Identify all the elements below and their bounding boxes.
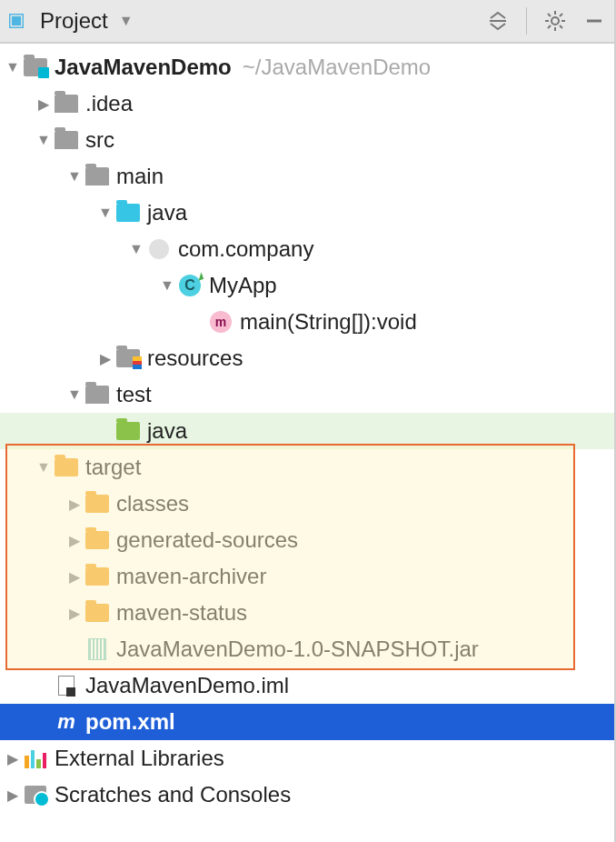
node-label: main(String[]):void (240, 309, 417, 335)
tree-node-class[interactable]: C MyApp (0, 267, 614, 304)
expand-icon[interactable] (67, 386, 82, 403)
tree-node-java-test[interactable]: java (0, 413, 614, 449)
test-folder-icon (116, 419, 140, 443)
node-label: com.company (178, 236, 313, 262)
divider (526, 7, 527, 35)
scratches-icon (24, 783, 47, 807)
project-panel-header: Project ▼ (0, 0, 614, 44)
expand-icon[interactable] (98, 205, 113, 221)
tree-node-generated-sources[interactable]: generated-sources (0, 522, 614, 558)
settings-button[interactable] (543, 9, 567, 33)
node-label: resources (147, 346, 243, 371)
tree-node-root[interactable]: JavaMavenDemo ~/JavaMavenDemo (0, 49, 614, 85)
node-path: ~/JavaMavenDemo (243, 55, 431, 80)
tree-node-main[interactable]: main (0, 158, 614, 195)
tree-node-idea[interactable]: .idea (0, 85, 614, 122)
libraries-icon (24, 747, 47, 770)
tree-node-jar[interactable]: JavaMavenDemo-1.0-SNAPSHOT.jar (0, 631, 614, 667)
expand-icon[interactable] (160, 277, 174, 294)
svg-point-3 (551, 17, 559, 25)
node-label: .idea (85, 91, 133, 116)
tree-node-src[interactable]: src (0, 122, 614, 158)
expand-icon[interactable] (5, 750, 20, 767)
tree-node-classes[interactable]: classes (0, 486, 614, 522)
expand-icon[interactable] (67, 568, 82, 586)
node-label: target (85, 455, 141, 480)
node-label: External Libraries (55, 746, 224, 771)
expand-icon[interactable] (67, 168, 82, 185)
tree-node-resources[interactable]: resources (0, 340, 614, 376)
svg-line-11 (560, 14, 562, 16)
dropdown-icon[interactable]: ▼ (119, 13, 134, 29)
folder-icon (55, 92, 78, 115)
project-tree[interactable]: JavaMavenDemo ~/JavaMavenDemo .idea src … (0, 44, 614, 813)
project-view-icon (9, 9, 33, 33)
source-folder-icon (116, 201, 140, 225)
node-label: classes (116, 491, 189, 516)
expand-icon[interactable] (36, 132, 51, 148)
folder-icon (85, 383, 109, 406)
maven-file-icon: m (55, 710, 78, 734)
node-label: MyApp (209, 273, 277, 298)
node-label: JavaMavenDemo-1.0-SNAPSHOT.jar (116, 637, 479, 662)
node-label: JavaMavenDemo (55, 55, 232, 80)
node-label: maven-archiver (116, 564, 266, 589)
expand-icon[interactable] (5, 787, 20, 804)
excluded-folder-icon (85, 528, 109, 552)
expand-icon[interactable] (67, 605, 82, 622)
module-folder-icon (24, 55, 47, 79)
iml-file-icon (55, 674, 78, 697)
class-icon: C (178, 274, 202, 297)
node-label: pom.xml (85, 709, 175, 735)
svg-rect-1 (12, 16, 21, 25)
expand-icon[interactable] (36, 95, 51, 113)
node-label: generated-sources (116, 527, 298, 553)
tree-node-external-libraries[interactable]: External Libraries (0, 740, 614, 777)
tree-node-maven-archiver[interactable]: maven-archiver (0, 558, 614, 595)
expand-icon[interactable] (98, 350, 113, 367)
expand-icon[interactable] (67, 532, 82, 549)
expand-icon[interactable] (5, 59, 20, 75)
tree-node-iml[interactable]: JavaMavenDemo.iml (0, 667, 614, 704)
node-label: java (147, 418, 187, 444)
node-label: maven-status (116, 600, 247, 626)
node-label: main (116, 164, 164, 189)
minimize-button[interactable] (583, 10, 605, 32)
tree-node-target[interactable]: target (0, 449, 614, 486)
tree-node-pom[interactable]: m pom.xml (0, 704, 614, 740)
svg-line-8 (548, 14, 551, 16)
node-label: src (85, 127, 114, 153)
excluded-folder-icon (85, 565, 109, 588)
resources-folder-icon (116, 346, 140, 370)
folder-icon (55, 128, 78, 152)
node-label: test (116, 382, 152, 407)
node-label: java (147, 200, 187, 226)
tree-node-method[interactable]: m main(String[]):void (0, 304, 614, 340)
tree-node-scratches[interactable]: Scratches and Consoles (0, 777, 614, 813)
folder-icon (85, 165, 109, 188)
excluded-folder-icon (85, 492, 109, 516)
tree-node-maven-status[interactable]: maven-status (0, 595, 614, 631)
svg-line-10 (548, 25, 551, 28)
expand-icon[interactable] (67, 496, 82, 513)
project-title[interactable]: Project (40, 8, 108, 34)
tree-node-package[interactable]: com.company (0, 231, 614, 267)
tree-node-test[interactable]: test (0, 376, 614, 413)
tree-node-java-main[interactable]: java (0, 195, 614, 231)
expand-icon[interactable] (36, 459, 51, 476)
excluded-folder-icon (55, 456, 78, 479)
svg-line-9 (560, 25, 562, 28)
excluded-folder-icon (85, 601, 109, 625)
jar-icon (85, 637, 109, 661)
package-icon (147, 237, 171, 261)
method-icon: m (209, 310, 233, 334)
node-label: JavaMavenDemo.iml (85, 673, 289, 698)
expand-icon[interactable] (129, 241, 144, 257)
expand-collapse-button[interactable] (486, 9, 510, 33)
node-label: Scratches and Consoles (55, 782, 291, 807)
